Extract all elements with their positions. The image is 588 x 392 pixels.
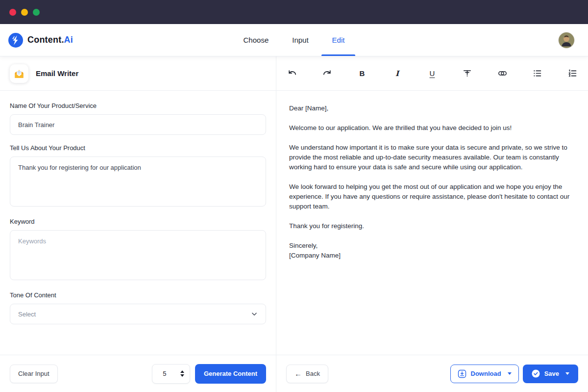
close-window-button[interactable] [9,9,16,16]
input-panel: Email Writer Name Of Your Product/Servic… [0,56,276,392]
stepper-down-icon[interactable] [180,374,184,377]
tab-choose[interactable]: Choose [232,24,281,56]
tool-title: Email Writer [36,69,78,78]
email-paragraph: We understand how important it is to mak… [289,143,575,172]
download-caret-icon[interactable] [508,372,512,375]
tab-input[interactable]: Input [280,24,320,56]
email-paragraph: Welcome to our application. We are thril… [289,123,575,133]
chevron-down-icon [251,311,258,317]
save-check-icon [532,369,540,378]
stepper-up-icon[interactable] [180,370,184,373]
back-button-label: Back [306,370,320,377]
back-arrow-icon: ← [294,369,302,378]
link-button[interactable] [493,65,511,82]
tool-header: Email Writer [0,56,276,91]
redo-button[interactable] [318,65,336,82]
about-product-textarea[interactable]: Thank you for registering for our applic… [10,157,266,207]
underline-button[interactable]: U [423,65,441,82]
download-icon [458,369,466,378]
bold-icon: B [360,69,365,78]
save-button[interactable]: Save [523,365,578,383]
about-product-label: Tell Us About Your Product [10,144,266,152]
generate-content-button[interactable]: Generate Content [195,364,266,384]
ordered-list-icon [567,68,578,78]
download-button-label: Download [471,370,501,377]
quantity-value: 5 [152,370,177,377]
back-button[interactable]: ← Back [286,365,328,383]
redo-icon [322,68,332,78]
strikethrough-button[interactable] [459,65,476,82]
keyword-label: Keyword [10,218,266,225]
input-panel-footer: Clear Input 5 Generate Content [0,355,276,392]
minimize-window-button[interactable] [21,9,28,16]
underline-icon: U [430,69,435,78]
brand-name: Content.Ai [27,35,73,45]
tab-edit[interactable]: Edit [320,24,357,56]
clear-input-button[interactable]: Clear Input [10,365,58,383]
brand-bolt-icon [8,33,23,48]
bold-button[interactable]: B [353,65,371,82]
tone-label: Tone Of Content [10,291,266,299]
ordered-list-button[interactable] [564,65,581,82]
input-form: Name Of Your Product/Service Tell Us Abo… [0,91,276,355]
download-button[interactable]: Download [450,365,519,383]
email-writer-icon [10,64,28,83]
main-area: Email Writer Name Of Your Product/Servic… [0,56,588,392]
editor-panel-footer: ← Back Download [276,355,588,392]
editor-toolbar: B I U [276,56,588,91]
email-paragraph: We look forward to helping you get the m… [289,182,575,211]
bullet-list-button[interactable] [529,65,546,82]
email-paragraph: Thank you for registering. [289,221,575,231]
app-header: Content.Ai Choose Input Edit [0,24,588,56]
bullet-list-icon [532,68,542,78]
email-paragraph: Sincerely,[Company Name] [289,241,575,261]
undo-button[interactable] [283,65,301,82]
tone-select-value: Select [18,311,36,318]
stepper-arrows [177,370,190,377]
zoom-window-button[interactable] [33,9,40,16]
email-body[interactable]: Dear [Name],Welcome to our application. … [276,91,588,355]
save-button-label: Save [544,370,559,377]
tone-select[interactable]: Select [10,304,266,324]
undo-icon [287,68,297,78]
italic-button[interactable]: I [389,65,406,82]
product-name-label: Name Of Your Product/Service [10,102,266,109]
user-avatar[interactable] [559,32,574,48]
step-tabs: Choose Input Edit [232,24,357,56]
quantity-stepper[interactable]: 5 [152,364,190,384]
product-name-input[interactable] [10,114,266,135]
link-icon [497,68,508,78]
strikethrough-icon [462,68,472,78]
brand-logo[interactable]: Content.Ai [8,24,73,56]
save-caret-icon[interactable] [565,372,569,375]
window-titlebar [0,0,588,24]
keyword-textarea[interactable] [10,230,266,280]
editor-panel: B I U [276,56,588,392]
italic-icon: I [395,69,399,78]
email-paragraph: Dear [Name], [289,104,575,113]
